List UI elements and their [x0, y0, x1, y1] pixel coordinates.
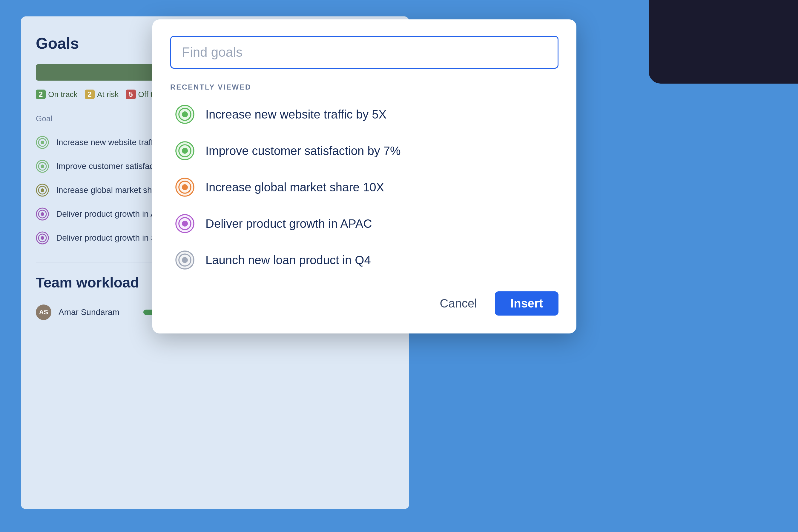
- avatar: AS: [36, 305, 51, 320]
- target-icon-purple2: [36, 231, 49, 245]
- goal-text-5: Launch new loan product in Q4: [205, 253, 371, 267]
- goal-text-4: Deliver product growth in APAC: [205, 217, 372, 230]
- goal-text-2: Improve customer satisfaction by 7%: [205, 144, 401, 158]
- goal-icon-1: [175, 104, 195, 124]
- recently-viewed-list: Increase new website traffic by 5X Impro…: [170, 96, 558, 278]
- search-container[interactable]: [170, 36, 558, 69]
- goal-icon-3: [175, 177, 195, 197]
- badge-off-track-count: 5: [126, 90, 135, 99]
- workload-name: Amar Sundaram: [58, 307, 136, 317]
- list-item[interactable]: Launch new loan product in Q4: [170, 242, 558, 278]
- target-icon-olive: [36, 184, 49, 197]
- list-item[interactable]: Increase new website traffic by 5X: [170, 96, 558, 133]
- svg-point-17: [182, 111, 188, 117]
- svg-point-23: [182, 184, 188, 190]
- list-item[interactable]: Increase global market share 10X: [170, 169, 558, 205]
- modal-actions: Cancel Insert: [170, 291, 558, 316]
- goal-icon-4: [175, 214, 195, 233]
- goal-text-3: Increase global market share 10X: [205, 180, 384, 194]
- svg-point-26: [182, 221, 188, 227]
- recently-viewed-label: RECENTLY VIEWED: [170, 83, 558, 91]
- svg-point-14: [41, 236, 44, 240]
- svg-point-5: [41, 165, 44, 168]
- insert-button[interactable]: Insert: [495, 291, 558, 316]
- target-icon-green: [36, 136, 49, 149]
- svg-point-11: [41, 212, 44, 216]
- badge-on-track-label: On track: [48, 90, 77, 99]
- svg-point-8: [41, 188, 44, 192]
- cancel-button[interactable]: Cancel: [430, 291, 487, 316]
- goal-text-1: Increase new website traffic by 5X: [205, 108, 387, 121]
- list-item[interactable]: Deliver product growth in APAC: [170, 205, 558, 242]
- target-icon-purple: [36, 208, 49, 221]
- svg-point-20: [182, 148, 188, 154]
- search-input[interactable]: [170, 36, 558, 69]
- badge-on-track-count: 2: [36, 90, 46, 99]
- badge-on-track: 2 On track: [36, 90, 78, 99]
- badge-at-risk-label: At risk: [97, 90, 118, 99]
- goal-icon-5: [175, 250, 195, 270]
- svg-point-2: [41, 140, 44, 144]
- badge-at-risk-count: 2: [85, 90, 95, 99]
- dark-shape-top-right: [649, 0, 798, 83]
- goal-icon-2: [175, 141, 195, 160]
- list-item[interactable]: Improve customer satisfaction by 7%: [170, 133, 558, 169]
- target-icon-green2: [36, 160, 49, 173]
- svg-point-29: [182, 257, 188, 263]
- find-goals-modal: RECENTLY VIEWED Increase new website tra…: [152, 19, 576, 334]
- badge-at-risk: 2 At risk: [85, 90, 119, 99]
